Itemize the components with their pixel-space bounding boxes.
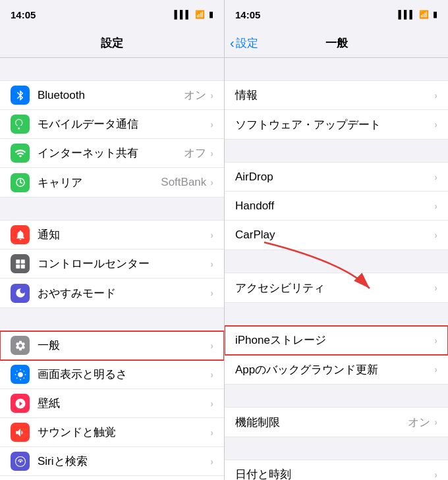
item-accessibility[interactable]: アクセシビリティ › — [225, 273, 448, 302]
accessibility-chevron: › — [434, 282, 437, 293]
right-content: 情報 › ソフトウェア・アップデート › AirDrop › Handoff ›… — [225, 58, 448, 480]
r-gap3 — [225, 250, 448, 273]
dnd-chevron: › — [210, 288, 213, 298]
svg-rect-3 — [20, 259, 24, 263]
app-refresh-chevron: › — [434, 364, 437, 375]
r-gap6 — [225, 437, 448, 460]
r-battery-icon: ▮ — [433, 10, 437, 19]
item-software[interactable]: ソフトウェア・アップデート › — [225, 110, 448, 139]
accessibility-label: アクセシビリティ — [235, 280, 434, 296]
dnd-label: おやすみモード — [38, 286, 210, 301]
gap1 — [0, 58, 224, 80]
wallpaper-label: 壁紙 — [38, 396, 210, 411]
right-screen: 14:05 ▌▌▌ 📶 ▮ ‹ 設定 一般 情報 › ソフトウェア・アップデート… — [224, 0, 448, 480]
right-status-icons: ▌▌▌ 📶 ▮ — [398, 10, 437, 19]
back-button[interactable]: ‹ 設定 — [230, 36, 258, 51]
sound-chevron: › — [210, 427, 213, 438]
section-general: 一般 › 画面表示と明るさ › 壁紙 › サウ — [0, 331, 224, 480]
svg-point-6 — [18, 372, 23, 377]
dnd-icon — [11, 284, 30, 303]
item-dnd[interactable]: おやすみモード › — [0, 279, 224, 307]
item-datetime[interactable]: 日付と時刻 › — [225, 460, 448, 480]
mobile-chevron: › — [210, 119, 213, 130]
hotspot-chevron: › — [210, 148, 213, 159]
control-chevron: › — [210, 259, 213, 269]
item-carplay[interactable]: CarPlay › — [225, 221, 448, 250]
svg-rect-4 — [16, 264, 20, 268]
iphone-storage-chevron: › — [434, 335, 437, 346]
section-system: 通知 › コントロールセンター › おやすみモード › — [0, 220, 224, 308]
mobile-label: モバイルデータ通信 — [38, 117, 210, 132]
info-chevron: › — [434, 90, 437, 101]
item-faceid[interactable]: Face IDとパスコード › — [0, 476, 224, 480]
software-chevron: › — [434, 119, 437, 130]
item-info[interactable]: 情報 › — [225, 81, 448, 110]
r-section-2: AirDrop › Handoff › CarPlay › — [225, 162, 448, 250]
battery-icon: ▮ — [209, 10, 213, 19]
airdrop-chevron: › — [434, 172, 437, 182]
right-status-bar: 14:05 ▌▌▌ 📶 ▮ — [225, 0, 448, 29]
r-gap4 — [225, 303, 448, 325]
right-nav-bar: ‹ 設定 一般 — [225, 29, 448, 58]
display-icon — [11, 365, 30, 384]
control-label: コントロールセンター — [38, 256, 210, 271]
r-section-5: 機能制限 オン › — [225, 407, 448, 437]
left-screen: 14:05 ▌▌▌ 📶 ▮ 設定 Bluetooth オン › — [0, 0, 224, 480]
item-handoff[interactable]: Handoff › — [225, 192, 448, 221]
svg-point-8 — [19, 460, 21, 462]
item-wallpaper[interactable]: 壁紙 › — [0, 389, 224, 418]
r-gap5 — [225, 385, 448, 407]
display-label: 画面表示と明るさ — [38, 367, 210, 382]
back-label: 設定 — [236, 36, 258, 51]
carplay-chevron: › — [434, 230, 437, 240]
notification-label: 通知 — [38, 227, 210, 242]
left-nav-title: 設定 — [101, 36, 123, 51]
item-display[interactable]: 画面表示と明るさ › — [0, 360, 224, 389]
left-content: Bluetooth オン › モバイルデータ通信 › インターネット共有 オフ … — [0, 58, 224, 480]
restrictions-label: 機能制限 — [235, 415, 408, 430]
app-refresh-label: Appのバックグラウンド更新 — [235, 362, 434, 377]
info-label: 情報 — [235, 88, 434, 103]
bluetooth-label: Bluetooth — [38, 89, 184, 102]
item-hotspot[interactable]: インターネット共有 オフ › — [0, 139, 224, 168]
item-mobile[interactable]: モバイルデータ通信 › — [0, 110, 224, 139]
siri-label: Siriと検索 — [38, 454, 210, 469]
general-chevron: › — [210, 340, 213, 351]
item-siri[interactable]: Siriと検索 › — [0, 447, 224, 476]
gap3 — [0, 308, 224, 331]
software-label: ソフトウェア・アップデート — [235, 117, 434, 132]
item-restrictions[interactable]: 機能制限 オン › — [225, 408, 448, 437]
item-notification[interactable]: 通知 › — [0, 221, 224, 250]
wallpaper-icon — [11, 394, 30, 413]
restrictions-value: オン — [408, 415, 430, 430]
left-status-bar: 14:05 ▌▌▌ 📶 ▮ — [0, 0, 224, 29]
datetime-label: 日付と時刻 — [235, 467, 434, 480]
sound-label: サウンドと触覚 — [38, 425, 210, 440]
datetime-chevron: › — [434, 469, 437, 480]
r-section-3: アクセシビリティ › — [225, 273, 448, 303]
item-carrier[interactable]: キャリア SoftBank › — [0, 168, 224, 197]
r-section-1: 情報 › ソフトウェア・アップデート › — [225, 80, 448, 140]
item-airdrop[interactable]: AirDrop › — [225, 163, 448, 192]
sound-icon — [11, 423, 30, 442]
bluetooth-value: オン — [184, 88, 206, 103]
bluetooth-icon — [11, 86, 30, 105]
hotspot-icon — [11, 144, 30, 163]
item-sound[interactable]: サウンドと触覚 › — [0, 418, 224, 447]
item-bluetooth[interactable]: Bluetooth オン › — [0, 81, 224, 110]
r-gap2 — [225, 140, 448, 162]
r-gap1 — [225, 58, 448, 80]
item-control-center[interactable]: コントロールセンター › — [0, 250, 224, 279]
wallpaper-chevron: › — [210, 398, 213, 409]
siri-icon — [11, 452, 30, 471]
item-iphone-storage[interactable]: iPhoneストレージ › — [225, 326, 448, 355]
item-app-refresh[interactable]: Appのバックグラウンド更新 › — [225, 355, 448, 384]
general-label: 一般 — [38, 338, 210, 353]
r-wifi-icon: 📶 — [419, 10, 429, 19]
gap2 — [0, 198, 224, 220]
svg-point-0 — [18, 127, 20, 129]
handoff-chevron: › — [434, 201, 437, 211]
item-general[interactable]: 一般 › — [0, 331, 224, 360]
airdrop-label: AirDrop — [235, 171, 434, 184]
handoff-label: Handoff — [235, 200, 434, 213]
